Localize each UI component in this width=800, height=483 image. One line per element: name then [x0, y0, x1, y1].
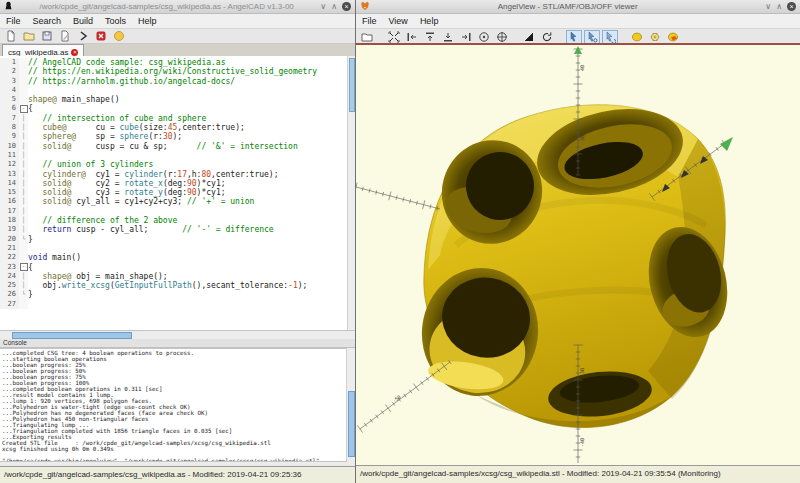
fold-guide	[19, 95, 28, 104]
code-line: 26└}	[0, 290, 355, 299]
viewer-menubar: FileViewHelp	[356, 14, 800, 29]
code-text: // intersection of cube and sphere	[28, 114, 206, 123]
menu-build[interactable]: Build	[67, 14, 99, 28]
menu-view[interactable]: View	[383, 14, 414, 28]
viewer-window-title: AngelView - STL/AMF/OBJ/OFF viewer	[374, 2, 761, 11]
fold-marker-icon[interactable]: -	[19, 104, 28, 113]
view-from-right-icon	[460, 31, 472, 43]
run-button[interactable]	[75, 29, 91, 44]
maximize-icon[interactable]: ∧	[776, 2, 782, 11]
menu-search[interactable]: Search	[27, 14, 68, 28]
rotate-view-icon	[541, 31, 553, 43]
fold-guide: │	[19, 188, 28, 197]
editor-toolbar	[0, 29, 355, 44]
z-axis-arrow	[574, 46, 582, 54]
line-number: 10	[0, 142, 19, 151]
angelcad-app-icon	[4, 1, 13, 12]
csg-model[interactable]	[414, 97, 739, 428]
line-number: 14	[0, 179, 19, 188]
fold-guide: │	[19, 225, 28, 234]
open-file-button[interactable]	[21, 29, 37, 44]
line-number: 4	[0, 86, 19, 95]
menu-help[interactable]: Help	[414, 14, 445, 28]
code-text: solid@ cyl_all = cy1+cy2+cy3; // '+' = u…	[28, 197, 254, 206]
minimize-icon[interactable]: ∨	[765, 2, 771, 11]
viewer-statusbar: /work/cpde_git/angelcad-samples/xcsg/csg…	[356, 465, 800, 483]
menu-file[interactable]: File	[0, 14, 27, 28]
code-line: 1// AngelCAD code sample: csg_wikipedia.…	[0, 58, 355, 67]
code-line: 14│ solid@ cy2 = rotate_x(deg:90)*cy1;	[0, 179, 355, 188]
code-line: 19│ return cusp - cyl_all; // '-' = diff…	[0, 225, 355, 234]
code-line: 18│ // difference of the 2 above	[0, 216, 355, 225]
fold-marker-icon[interactable]: -	[19, 263, 28, 272]
code-text: // difference of the 2 above	[28, 216, 177, 225]
line-number: 23	[0, 263, 19, 272]
angelcad-editor-window: /work/cpde_git/angelcad-samples/csg_wiki…	[0, 0, 356, 483]
line-number: 21	[0, 244, 19, 253]
line-number: 24	[0, 272, 19, 281]
save-file-button[interactable]	[39, 29, 55, 44]
fold-guide	[19, 300, 28, 309]
close-icon[interactable]: ×	[342, 2, 351, 11]
projection-toggle-icon	[523, 31, 535, 43]
code-text: solid@ cusp = cu & sp; // '&' = intersec…	[28, 142, 298, 151]
view-from-bottom-icon	[442, 31, 454, 43]
code-text: }	[28, 235, 33, 244]
line-number: 1	[0, 58, 19, 67]
line-number: 7	[0, 114, 19, 123]
stop-button[interactable]	[93, 29, 109, 44]
fold-guide: └	[19, 235, 28, 244]
editor-vscrollbar[interactable]	[347, 56, 355, 330]
open-file-icon	[23, 30, 35, 42]
view-from-left-icon	[406, 31, 418, 43]
wireframe-view-icon	[649, 31, 661, 43]
close-icon[interactable]: ×	[787, 2, 796, 11]
fold-guide: │	[19, 123, 28, 132]
console-scroll-thumb[interactable]	[348, 391, 355, 457]
code-text: sphere@ sp = sphere(r:30);	[28, 132, 182, 141]
code-line: 9│ sphere@ sp = sphere(r:30);	[0, 132, 355, 141]
fold-guide: │	[19, 281, 28, 290]
code-text: solid@ cy3 = rotate_y(deg:90)*cy1;	[28, 188, 226, 197]
line-number: 20	[0, 235, 19, 244]
line-number: 15	[0, 188, 19, 197]
help-icon	[113, 30, 125, 42]
viewport-canvas: 40 30 -30 -40 -50	[356, 45, 800, 465]
menu-help[interactable]: Help	[132, 14, 163, 28]
console-label: Console	[0, 339, 355, 348]
code-line: 13│ cylinder@ cy1 = cylinder(r:17,h:80,c…	[0, 170, 355, 179]
editor-menubar: FileSearchBuildToolsHelp	[0, 14, 355, 29]
code-line: 24│ shape@ obj = main_shape();	[0, 272, 355, 281]
line-number: 2	[0, 67, 19, 76]
y-axis-arrow	[720, 137, 733, 151]
fold-guide: │	[19, 132, 28, 141]
code-text: shape@ main_shape()	[28, 95, 120, 104]
code-text: // AngelCAD code sample: csg_wikipedia.a…	[28, 58, 225, 67]
new-file-button[interactable]	[3, 29, 19, 44]
code-line: 6-{	[0, 104, 355, 113]
line-number: 25	[0, 281, 19, 290]
code-text: {	[28, 104, 33, 113]
console-scrollbar[interactable]	[346, 348, 355, 459]
3d-viewport[interactable]: 40 30 -30 -40 -50	[356, 43, 800, 467]
code-text: cube@ cu = cube(size:45,center:true);	[28, 123, 245, 132]
tab-close-icon[interactable]: ×	[71, 49, 78, 56]
center-view-icon	[496, 31, 508, 43]
help-button[interactable]	[111, 29, 127, 44]
view-from-top-icon	[424, 31, 436, 43]
minimize-icon[interactable]: ∨	[320, 2, 326, 11]
editor-vscroll-thumb[interactable]	[349, 58, 355, 112]
menu-file[interactable]: File	[356, 14, 383, 28]
save-as-button[interactable]	[57, 29, 73, 44]
code-editor[interactable]: 1// AngelCAD code sample: csg_wikipedia.…	[0, 56, 355, 332]
fold-guide	[19, 244, 28, 253]
editor-hscroll-thumb[interactable]	[12, 332, 132, 339]
line-number: 5	[0, 95, 19, 104]
line-number: 19	[0, 225, 19, 234]
line-number: 17	[0, 207, 19, 216]
maximize-icon[interactable]: ∧	[331, 2, 337, 11]
code-line: 22void main()	[0, 253, 355, 262]
menu-tools[interactable]: Tools	[99, 14, 132, 28]
code-line: 4	[0, 86, 355, 95]
console-output[interactable]: ...completed CSG tree: 4 boolean operati…	[0, 348, 347, 462]
